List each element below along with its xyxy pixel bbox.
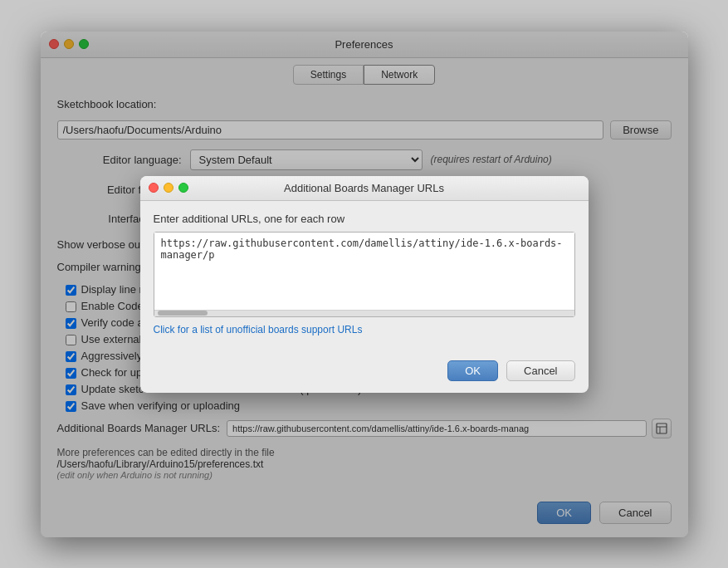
modal-cancel-button[interactable]: Cancel	[506, 360, 574, 381]
modal-footer: OK Cancel	[140, 354, 589, 393]
unofficial-boards-link[interactable]: Click for a list of unofficial boards su…	[154, 324, 575, 335]
modal-title: Additional Boards Manager URLs	[284, 182, 444, 194]
modal-scrollbar-thumb	[158, 311, 208, 316]
modal-titlebar: Additional Boards Manager URLs	[140, 176, 589, 201]
modal-hint: Enter additional URLs, one for each row	[154, 213, 575, 225]
modal-scrollbar[interactable]	[154, 310, 574, 316]
modal-url-textarea[interactable]: https://raw.githubusercontent.com/damell…	[154, 233, 574, 307]
modal-traffic-lights	[149, 183, 188, 193]
modal-ok-button[interactable]: OK	[447, 360, 498, 381]
modal-close-button[interactable]	[149, 183, 159, 193]
modal-content: Enter additional URLs, one for each row …	[140, 201, 589, 354]
modal-maximize-button[interactable]	[178, 183, 188, 193]
modal-textarea-wrap: https://raw.githubusercontent.com/damell…	[154, 232, 575, 317]
modal-overlay: Additional Boards Manager URLs Enter add…	[41, 32, 688, 537]
modal-minimize-button[interactable]	[164, 183, 173, 193]
preferences-window: Preferences Settings Network Sketchbook …	[41, 32, 688, 537]
additional-boards-modal: Additional Boards Manager URLs Enter add…	[140, 176, 589, 393]
